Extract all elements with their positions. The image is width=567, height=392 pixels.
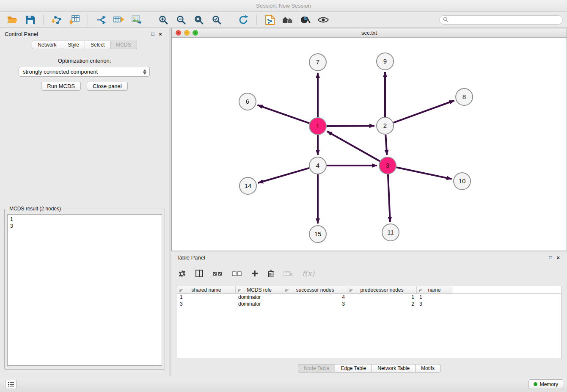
save-session-button[interactable] xyxy=(22,14,38,26)
optimization-label: Optimization criterion: xyxy=(0,58,169,64)
graph-edge-2-8[interactable] xyxy=(394,101,454,123)
maximize-window-icon[interactable]: + xyxy=(193,30,198,36)
graph-node-11[interactable]: 11 xyxy=(382,224,399,241)
graph-node-14[interactable]: 14 xyxy=(239,177,256,194)
show-hide-button[interactable] xyxy=(315,14,331,26)
add-row-button[interactable] xyxy=(251,267,258,280)
mcds-result-list[interactable]: 13 xyxy=(7,214,162,366)
optimization-dropdown[interactable]: strongly connected component xyxy=(19,67,150,77)
refresh-view-button[interactable] xyxy=(235,14,251,26)
graph-node-10[interactable]: 10 xyxy=(454,173,471,190)
mcds-button-row: Run MCDS Close panel xyxy=(0,82,169,91)
graph-edge-4-14[interactable] xyxy=(258,168,309,183)
tab-node-table[interactable]: Node Table xyxy=(298,364,336,373)
network-window-titlebar[interactable]: × − + scc.txt xyxy=(172,28,567,38)
graph-node-8[interactable]: 8 xyxy=(456,88,473,105)
table-cell[interactable]: 1 xyxy=(347,294,417,301)
graph-node-3[interactable]: 3 xyxy=(379,157,396,174)
open-session-button[interactable] xyxy=(4,14,20,26)
graph-edge-1-2[interactable] xyxy=(327,126,374,126)
table-cell[interactable]: 1 xyxy=(177,294,236,301)
zoom-selected-button[interactable] xyxy=(209,14,225,26)
memory-label: Memory xyxy=(540,381,558,387)
float-table-panel-icon[interactable]: □ xyxy=(547,254,554,260)
column-header-shared-name[interactable]: shared name xyxy=(177,286,236,293)
close-panel-button[interactable]: Close panel xyxy=(87,82,128,91)
search-field[interactable] xyxy=(439,15,563,25)
graph-node-2[interactable]: 2 xyxy=(377,117,394,134)
memory-button[interactable]: Memory xyxy=(528,379,563,389)
network-table-button[interactable] xyxy=(111,14,127,26)
table-cell[interactable]: 3 xyxy=(177,301,236,307)
tab-select[interactable]: Select xyxy=(85,41,110,49)
zoom-in-icon xyxy=(159,15,168,25)
table-row[interactable]: 1dominator411 xyxy=(177,294,561,301)
export-image-button[interactable] xyxy=(129,14,145,26)
close-panel-icon[interactable]: × xyxy=(157,31,164,37)
tab-network-table[interactable]: Network Table xyxy=(372,364,416,373)
graph-node-15[interactable]: 15 xyxy=(309,226,326,243)
import-table-button[interactable] xyxy=(66,14,83,26)
zoom-out-button[interactable] xyxy=(173,14,189,26)
graph-edge-2-3[interactable] xyxy=(385,135,387,155)
search-input[interactable] xyxy=(451,17,559,23)
graph-node-9[interactable]: 9 xyxy=(377,53,394,70)
float-panel-icon[interactable]: □ xyxy=(149,31,157,37)
graph-edge-3-1[interactable] xyxy=(327,131,380,161)
new-network-button[interactable] xyxy=(93,14,109,26)
table-cell[interactable]: dominator xyxy=(236,301,283,307)
graph-node-7[interactable]: 7 xyxy=(309,54,326,71)
table-cell[interactable]: 4 xyxy=(283,294,347,301)
node-label: 3 xyxy=(386,162,389,169)
task-history-button[interactable] xyxy=(5,380,17,389)
table-cell[interactable]: 3 xyxy=(283,301,347,307)
run-mcds-button[interactable]: Run MCDS xyxy=(41,82,81,91)
table-cell[interactable]: dominator xyxy=(236,294,283,301)
column-header-name[interactable]: name xyxy=(417,286,452,293)
table-cell[interactable]: 1 xyxy=(417,294,452,301)
tab-edge-table[interactable]: Edge Table xyxy=(335,364,372,373)
table-cell[interactable]: 2 xyxy=(347,301,417,307)
document-network-icon xyxy=(265,15,275,25)
column-header-MCDS-role[interactable]: MCDS role xyxy=(236,286,283,293)
table-row[interactable]: 3dominator323 xyxy=(177,301,561,307)
tab-mcds[interactable]: MCDS xyxy=(110,41,137,49)
graph-edge-3-11[interactable] xyxy=(388,174,390,222)
node-label: 7 xyxy=(316,58,319,66)
minimize-window-icon[interactable]: − xyxy=(184,30,190,36)
select-all-button[interactable] xyxy=(212,267,223,280)
share-arrows-icon xyxy=(96,15,106,25)
graph-edge-1-6[interactable] xyxy=(258,105,310,123)
table-panel-tabs: Node TableEdge TableNetwork TableMotifs xyxy=(171,364,567,373)
traffic-lights: × − + xyxy=(176,30,198,36)
unselect-all-button[interactable] xyxy=(232,267,242,280)
homes-icon xyxy=(282,16,294,24)
column-header-successor-nodes[interactable]: successor nodes xyxy=(283,286,347,293)
import-table-icon xyxy=(69,15,80,25)
table-cell[interactable]: 3 xyxy=(417,301,452,307)
close-window-icon[interactable]: × xyxy=(176,30,181,36)
graphics-details-button[interactable] xyxy=(297,14,314,26)
delete-row-button[interactable] xyxy=(267,267,274,280)
sort-icon xyxy=(179,288,183,294)
graph-edge-3-10[interactable] xyxy=(396,167,452,179)
zoom-in-button[interactable] xyxy=(155,14,171,26)
graph-node-4[interactable]: 4 xyxy=(309,157,326,174)
network-graph[interactable]: 7968124314101511 xyxy=(172,38,567,251)
split-columns-button[interactable] xyxy=(195,267,203,280)
table-settings-button[interactable] xyxy=(178,267,186,280)
document-network-button[interactable] xyxy=(262,14,278,26)
zoom-fit-button[interactable] xyxy=(191,14,207,26)
tab-network[interactable]: Network xyxy=(32,41,62,49)
tab-style[interactable]: Style xyxy=(62,41,85,49)
delete-table-button xyxy=(284,267,293,280)
table-panel: Table Panel □ × xyxy=(171,252,567,376)
close-table-panel-icon[interactable]: × xyxy=(554,254,562,261)
import-network-button[interactable] xyxy=(49,14,65,26)
select-all-icon xyxy=(212,271,223,276)
graph-node-1[interactable]: 1 xyxy=(309,118,326,135)
column-header-predecessor-nodes[interactable]: predecessor nodes xyxy=(347,286,417,293)
tab-motifs[interactable]: Motifs xyxy=(416,364,440,373)
neighborhood-button[interactable] xyxy=(280,14,296,26)
graph-node-6[interactable]: 6 xyxy=(239,93,256,110)
